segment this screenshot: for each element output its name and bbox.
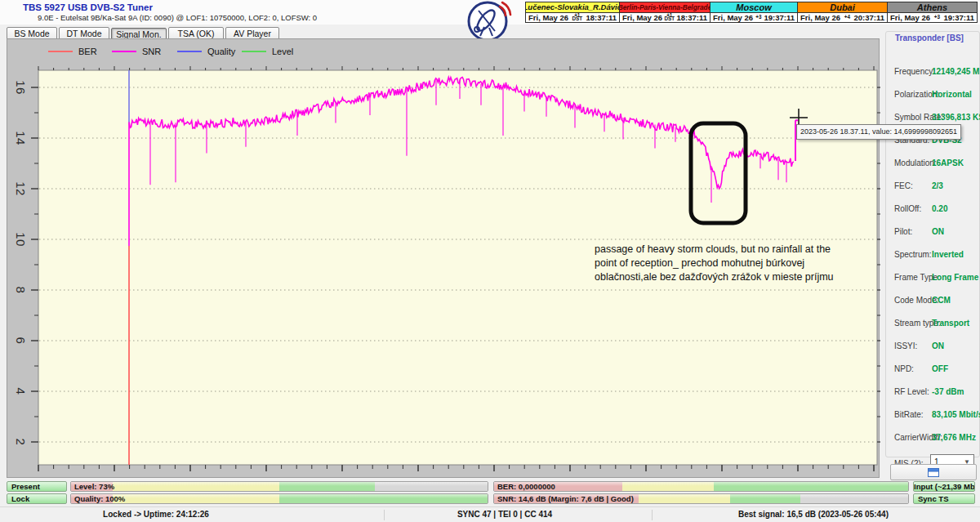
sidebar-label-bitrate: BitRate: (894, 410, 924, 419)
best-signal-status: Best signal: 16,5 dB (2023-05-26 05:44) (738, 510, 889, 519)
progress-segment (113, 494, 279, 503)
signal-chart-panel: BERSNRQualityLevel 161412108642 passage … (7, 38, 880, 478)
clock-hms: 18:37:11 (676, 13, 707, 22)
y-axis-tick-label-2: 2 (11, 431, 32, 453)
y-axis-tick-label-16: 16 (11, 77, 32, 98)
sidebar-label-frequency: Frequency: (894, 67, 935, 76)
clock-city-label: Moscow (710, 2, 797, 13)
clock-berlin-paris-vienna-belgrade: Berlin-Paris-Vienna-BelgradeFri, May 26+… (620, 2, 710, 22)
progress-label: BER: 0,0000000 (497, 482, 555, 492)
sidebar-value-streamtype: Transport (932, 319, 969, 328)
transponder-groupbox-title: Transponder [BS] (893, 33, 966, 42)
sidebar-label-fec: FEC: (894, 181, 913, 190)
window-title: TBS 5927 USB DVB-S2 Tuner (23, 2, 153, 12)
sidebar-value-pilot: ON (932, 227, 944, 236)
badge-sync-ts: Sync TS (913, 493, 975, 504)
clock-utc-offset: +3 (934, 16, 940, 19)
progress-segment (113, 482, 279, 491)
progress-label: Level: 73% (74, 482, 114, 492)
world-clocks: Lučenec-Slovakia_R.DávidFri, May 26+1DST… (525, 2, 978, 23)
uptime-status: Locked -> Uptime: 24:12:26 (103, 510, 209, 519)
clock-city-label: Dubai (798, 2, 887, 13)
clock-time: Fri, May 26+319:37:11 (710, 13, 797, 23)
clock-athens: AthensFri, May 26+319:37:11 (888, 2, 977, 22)
sidebar-label-issyi: ISSYI: (894, 341, 917, 350)
offset-sub: DST (572, 17, 582, 20)
satellite-subtitle: 9.0E - Eutelsat 9B/Ka-Sat 9A (ID: 0090) … (38, 13, 317, 22)
status-divider (652, 510, 653, 520)
sidebar-label-rolloff: RollOff: (894, 204, 921, 213)
progress-segment (730, 494, 800, 503)
y-axis-tick-label-8: 8 (11, 279, 32, 301)
offset-sub: DST (664, 17, 675, 20)
annotation-line: point of reception_ prechod mohutnej búr… (595, 257, 834, 270)
clock-dubai: DubaiFri, May 26+420:37:11 (798, 2, 888, 22)
clock-moscow: MoscowFri, May 26+319:37:11 (710, 2, 798, 22)
badge-present: Present (7, 481, 67, 492)
sidebar-value-spectrum: Inverted (932, 250, 964, 259)
offset-sup: +4 (844, 16, 850, 19)
progress-snr: SNR: 14,6 dB (Margin: 7,6 dB | Good) (493, 493, 909, 504)
clock-utc-offset: +3 (755, 16, 761, 19)
chart-options-button[interactable] (890, 464, 977, 480)
sidebar-label-spectrum: Spectrum: (894, 250, 932, 259)
clock-hms: 19:37:11 (764, 13, 795, 22)
transponder-sidebar: Transponder [BS] Frequency:12149,245 MHz… (884, 25, 980, 482)
sidebar-value-rolloff: 0.20 (932, 204, 947, 213)
storm-annotation-text: passage of heavy storm clouds, but no ra… (595, 243, 834, 284)
progress-segment (279, 494, 488, 503)
progress-level: Level: 73% (70, 481, 488, 492)
clock-date: Fri, May 26 (528, 13, 568, 22)
clock-date: Fri, May 26 (890, 13, 930, 22)
sidebar-label-npd: NPD: (894, 364, 914, 373)
annotation-line: passage of heavy storm clouds, but no ra… (595, 243, 834, 257)
clock-time: Fri, May 26+1DST18:37:11 (526, 13, 619, 23)
clock-date: Fri, May 26 (622, 13, 662, 22)
sidebar-value-polarization: Horizontal (932, 90, 972, 99)
badge-lock: Lock (7, 493, 67, 504)
y-axis-tick-label-12: 12 (11, 178, 32, 199)
progress-segment (639, 494, 730, 503)
clock-date: Fri, May 26 (713, 13, 753, 22)
progress-segment (375, 482, 488, 491)
progress-label: Quality: 100% (74, 494, 125, 504)
progress-segment (622, 482, 714, 491)
sidebar-value-rflevel: -37 dBm (932, 387, 964, 396)
sidebar-value-npd: OFF (932, 364, 948, 373)
sidebar-label-pilot: Pilot: (894, 227, 912, 236)
sidebar-label-modulation: Modulation: (894, 158, 937, 167)
clock-utc-offset: +1DST (572, 14, 582, 21)
clock-time: Fri, May 26+420:37:11 (798, 13, 887, 23)
sidebar-value-bitrate: 83,105 Mbit/s (932, 410, 980, 419)
clock-hms: 19:37:11 (943, 13, 974, 22)
clock-city-label: Lučenec-Slovakia_R.Dávid (526, 2, 619, 13)
y-axis-tick-label-14: 14 (11, 127, 32, 149)
offset-sup: +3 (755, 16, 761, 19)
y-axis-tick-label-4: 4 (11, 381, 32, 402)
sidebar-value-modulation: 16APSK (932, 158, 964, 167)
sidebar-value-fec: 2/3 (932, 181, 943, 190)
progress-label: SNR: 14,6 dB (Margin: 7,6 dB | Good) (497, 494, 634, 504)
y-axis-tick-label-10: 10 (11, 229, 32, 250)
progress-segment (800, 494, 908, 503)
sidebar-value-issyi: ON (932, 341, 944, 350)
y-axis-tick-label-6: 6 (11, 330, 32, 351)
sidebar-value-carrierwidth: 37,676 MHz (932, 433, 976, 442)
clock-utc-offset: +4 (844, 16, 850, 19)
clock-time: Fri, May 26+1DST18:37:11 (620, 13, 710, 23)
sidebar-value-symbolrate: 31396,813 KS/s (932, 113, 980, 122)
sidebar-label-rflevel: RF Level: (894, 387, 929, 396)
window-list-icon (928, 468, 939, 477)
sidebar-value-codemode: CCM (932, 296, 951, 305)
status-bar: Locked -> Uptime: 24:12:26 SYNC 47 | TEI… (0, 506, 980, 522)
progress-ber: BER: 0,0000000 (493, 481, 909, 492)
annotation-line: oblačnosti,ale bez dažďových zrážok v mi… (595, 270, 834, 284)
value-tooltip: 2023-05-26 18.37.11, value: 14,699999809… (796, 124, 961, 140)
clock-date: Fri, May 26 (800, 13, 840, 22)
progress-quality: Quality: 100% (70, 493, 488, 504)
offset-sup: +3 (934, 16, 940, 19)
progress-segment (279, 482, 375, 491)
transponder-groupbox: Transponder [BS] Frequency:12149,245 MHz… (885, 31, 980, 457)
clock-time: Fri, May 26+319:37:11 (888, 13, 977, 23)
tuner-app-window: TBS 5927 USB DVB-S2 Tuner 9.0E - Eutelsa… (0, 0, 980, 522)
